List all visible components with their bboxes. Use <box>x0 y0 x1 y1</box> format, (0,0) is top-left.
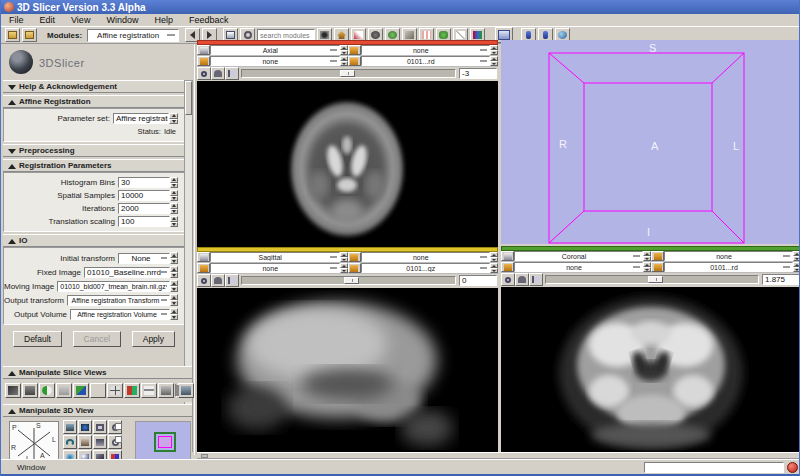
slice-stack-button[interactable] <box>158 383 174 398</box>
green-visibility-button[interactable] <box>515 273 529 286</box>
slice-half-button[interactable] <box>39 383 55 398</box>
iterations-input[interactable]: 2000 <box>118 203 170 214</box>
red-orientation-combo[interactable]: Axial <box>210 45 340 55</box>
module-selector[interactable]: Affine registration <box>87 29 179 42</box>
histogram-bins-spinner[interactable] <box>170 177 178 188</box>
translation-scaling-input[interactable]: 100 <box>118 216 170 227</box>
error-log-button[interactable] <box>787 462 798 473</box>
yellow-slice-slider-handle[interactable] <box>344 277 359 284</box>
window-titlebar[interactable]: 3D Slicer Version 3.3 Alpha <box>1 0 799 14</box>
parameter-set-spinner[interactable] <box>169 113 178 124</box>
green-background-button[interactable] <box>651 262 664 272</box>
yellow-label-spinner[interactable] <box>340 263 348 273</box>
red-foreground-combo[interactable]: none <box>361 45 491 55</box>
slice-grid-button[interactable] <box>107 383 123 398</box>
green-orientation-combo[interactable]: Coronal <box>514 251 643 261</box>
menu-help[interactable]: Help <box>146 15 181 25</box>
save-scene-icon[interactable] <box>22 28 37 42</box>
histogram-bins-input[interactable]: 30 <box>118 177 170 188</box>
green-background-spinner[interactable] <box>793 262 800 272</box>
section-registration-parameters[interactable]: Registration Parameters <box>3 159 185 172</box>
red-visibility-button[interactable] <box>211 67 225 80</box>
section-help-acknowledgement[interactable]: Help & Acknowledgement <box>3 80 185 93</box>
output-volume-spinner[interactable] <box>170 308 178 320</box>
menu-view[interactable]: View <box>63 15 98 25</box>
green-slice-offset[interactable]: 1.875 <box>762 274 800 285</box>
red-background-spinner[interactable] <box>490 56 498 66</box>
red-slice-offset[interactable]: -3 <box>459 68 497 79</box>
slice-extra-button[interactable] <box>178 383 194 398</box>
green-foreground-combo[interactable]: none <box>664 251 793 261</box>
slice-annotation-button[interactable] <box>5 383 21 398</box>
red-label-button[interactable] <box>197 56 210 66</box>
yellow-background-combo[interactable]: 0101...gz <box>361 263 491 273</box>
red-label-combo[interactable]: none <box>210 56 340 66</box>
slice-fiducial-button[interactable] <box>22 383 38 398</box>
threed-viewport[interactable]: S R A L I <box>501 40 800 244</box>
green-orientation-spinner[interactable] <box>643 251 651 261</box>
yellow-visibility-button[interactable] <box>211 274 225 287</box>
slice-rg-grid-button[interactable] <box>124 383 140 398</box>
green-label-spinner[interactable] <box>643 262 651 272</box>
green-link-button[interactable] <box>501 273 515 286</box>
section-preprocessing[interactable]: Preprocessing <box>3 144 185 157</box>
menu-feedback[interactable]: Feedback <box>181 15 237 25</box>
initial-transform-spinner[interactable] <box>170 252 178 264</box>
view3d-rotate-button[interactable] <box>63 435 77 449</box>
green-foreground-spinner[interactable] <box>793 251 800 261</box>
green-slice-menu-button[interactable] <box>501 251 514 261</box>
red-label-spinner[interactable] <box>340 56 348 66</box>
yellow-background-button[interactable] <box>348 263 361 273</box>
view3d-axes-button[interactable] <box>78 435 92 449</box>
initial-transform-combo[interactable]: None <box>118 253 170 264</box>
section-manipulate-3d-view[interactable]: Manipulate 3D View <box>3 404 192 417</box>
menu-file[interactable]: File <box>1 15 32 25</box>
navigation-preview[interactable] <box>135 421 191 463</box>
yellow-label-combo[interactable]: none <box>210 263 340 273</box>
red-foreground-spinner[interactable] <box>490 45 498 55</box>
menu-window[interactable]: Window <box>98 15 146 25</box>
view3d-checkbox-2[interactable] <box>115 436 122 443</box>
section-manipulate-slice-views[interactable]: Manipulate Slice Views <box>3 366 192 379</box>
green-foreground-button[interactable] <box>651 251 664 261</box>
view3d-spin-button[interactable] <box>63 420 77 434</box>
load-scene-icon[interactable] <box>5 28 20 42</box>
yellow-orientation-combo[interactable]: Sagittal <box>210 252 340 262</box>
red-slice-slider[interactable] <box>241 69 456 78</box>
slice-label-button[interactable] <box>56 383 72 398</box>
moving-image-combo[interactable]: 01010_bld007_tmean_brain.nii.gz <box>57 281 170 292</box>
fixed-image-spinner[interactable] <box>170 266 178 278</box>
slice-compositing-button[interactable] <box>73 383 89 398</box>
red-foreground-button[interactable] <box>348 45 361 55</box>
red-background-combo[interactable]: 0101...rd <box>361 56 491 66</box>
default-button[interactable]: Default <box>13 331 62 347</box>
red-background-button[interactable] <box>348 56 361 66</box>
viewport-bottom-splitter[interactable] <box>197 452 800 459</box>
apply-button[interactable]: Apply <box>132 331 175 347</box>
slice-opacity-slider[interactable] <box>175 384 177 397</box>
yellow-foreground-spinner[interactable] <box>490 252 498 262</box>
yellow-foreground-button[interactable] <box>348 252 361 262</box>
output-transform-combo[interactable]: Affine registration Transform <box>67 295 170 306</box>
section-affine-registration[interactable]: Affine Registration <box>3 95 185 108</box>
yellow-slice-menu-button[interactable] <box>197 252 210 262</box>
section-io[interactable]: IO <box>3 234 185 247</box>
fixed-image-combo[interactable]: 01010_Baseline.nrrd <box>84 267 170 278</box>
parameter-set-combo[interactable]: Affine registration <box>113 113 169 124</box>
green-slice-image[interactable] <box>501 287 800 452</box>
green-fit-button[interactable] <box>529 273 543 286</box>
yellow-link-button[interactable] <box>197 274 211 287</box>
spatial-samples-spinner[interactable] <box>170 190 178 201</box>
green-label-combo[interactable]: none <box>514 262 643 272</box>
yellow-slice-image[interactable] <box>197 288 498 452</box>
moving-image-spinner[interactable] <box>170 280 178 292</box>
yellow-label-button[interactable] <box>197 263 210 273</box>
red-fit-button[interactable] <box>225 67 239 80</box>
yellow-slice-slider[interactable] <box>241 276 456 285</box>
yellow-background-spinner[interactable] <box>490 263 498 273</box>
green-slice-slider[interactable] <box>545 275 759 284</box>
spatial-samples-input[interactable]: 10000 <box>118 190 170 201</box>
red-orientation-spinner[interactable] <box>340 45 348 55</box>
red-slice-slider-handle[interactable] <box>340 70 355 77</box>
slice-crosshair-button[interactable] <box>90 383 106 398</box>
